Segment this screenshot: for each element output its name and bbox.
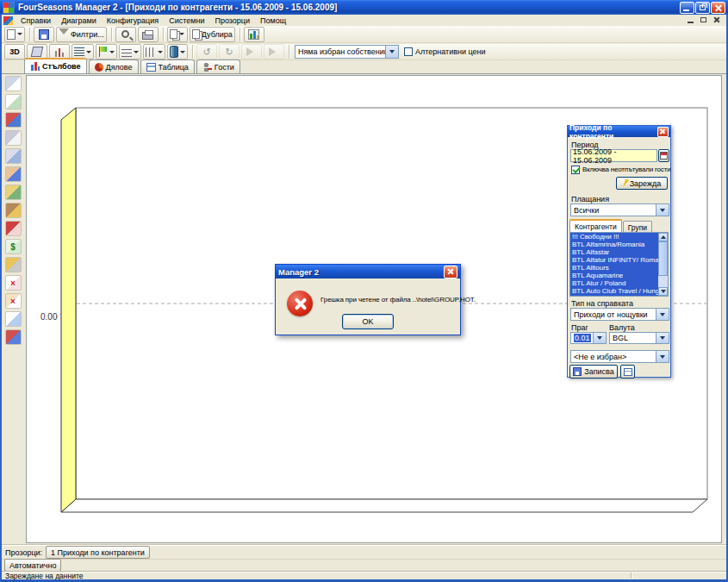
chevron-down-icon[interactable] <box>656 204 669 216</box>
mdi-close-button[interactable] <box>711 16 723 25</box>
storno-payment-icon[interactable]: × <box>5 293 22 309</box>
menu-sistemni[interactable]: Системни <box>164 16 209 26</box>
v-gridlines-button[interactable] <box>143 44 165 59</box>
scroll-down-icon[interactable] <box>658 287 668 296</box>
sound-right-button[interactable] <box>264 44 284 59</box>
guests-icon[interactable] <box>5 166 22 182</box>
minimize-button[interactable] <box>680 2 694 14</box>
save-report-button[interactable]: Записва <box>569 365 618 379</box>
chevron-down-icon <box>17 33 22 38</box>
duplicate-button[interactable]: Дублира <box>190 27 235 42</box>
ok-button[interactable]: OK <box>342 314 394 329</box>
menu-prozorci[interactable]: Прозорци <box>209 16 255 26</box>
list-item[interactable]: BTL Alfamrina/Romania <box>570 241 658 248</box>
series-style-button[interactable] <box>167 44 188 59</box>
list-item[interactable]: BTL Aquamarine <box>570 272 658 279</box>
list-item[interactable]: BTL Alfatur INFINITY/ Romani <box>570 256 658 264</box>
mdi-restore-button[interactable] <box>698 16 710 25</box>
list-item[interactable]: BTL Alfastar <box>570 248 658 256</box>
chevron-down-icon[interactable] <box>656 333 669 343</box>
load-button[interactable]: Зарежда <box>616 177 668 190</box>
list-item[interactable]: BTL Atur / Poland <box>570 279 658 287</box>
list-item[interactable]: !!! Свободни !!! <box>570 233 658 241</box>
dialog-close-button[interactable] <box>444 266 457 278</box>
windows-label: Прозорци: <box>5 548 42 557</box>
report-type-combobox[interactable]: Приходи от нощувки <box>570 308 669 321</box>
filters-button[interactable]: Филтри... <box>56 27 107 42</box>
rotate-ccw-button[interactable]: ↺ <box>196 44 217 59</box>
menu-pomosht[interactable]: Помощ <box>255 16 291 26</box>
tab-contragents[interactable]: Контрагенти <box>569 219 622 233</box>
sound-left-button[interactable] <box>241 44 262 59</box>
currency-icon[interactable]: $ <box>5 239 22 254</box>
list-item[interactable]: BTL Alltours <box>570 264 658 272</box>
close-button[interactable] <box>711 2 725 14</box>
documents-icon[interactable] <box>5 148 22 164</box>
threshold-combobox[interactable]: 0.01 <box>570 332 607 344</box>
grid-view-button[interactable] <box>620 365 635 379</box>
labels-button[interactable] <box>96 44 117 59</box>
tab-guests[interactable]: Гости <box>196 59 240 73</box>
print-preview-button[interactable] <box>115 27 136 42</box>
speaker-icon <box>246 47 258 56</box>
tab-groups[interactable]: Групи <box>623 221 652 233</box>
bars-icon <box>54 47 65 57</box>
statistics-icon[interactable] <box>5 329 22 345</box>
calendar-button[interactable] <box>658 149 669 162</box>
print-button[interactable] <box>138 27 159 42</box>
menu-konfiguraciya[interactable]: Конфигурация <box>102 16 164 26</box>
magnifier-icon <box>121 30 129 38</box>
contragents-listbox[interactable]: !!! Свободни !!! BTL Alfamrina/Romania B… <box>569 232 669 297</box>
scroll-up-icon[interactable] <box>658 233 668 241</box>
list-item-clipped[interactable] <box>570 295 658 296</box>
payments-icon[interactable] <box>5 257 22 272</box>
cash-register-icon[interactable] <box>5 130 22 146</box>
chevron-down-icon[interactable] <box>385 46 398 58</box>
menu-spravki[interactable]: Справки <box>16 16 56 26</box>
tab-shares[interactable]: Дялове <box>89 59 139 73</box>
scrollbar-thumb[interactable] <box>658 241 668 276</box>
cylinder-icon <box>170 46 178 58</box>
panel-close-button[interactable] <box>657 127 669 137</box>
chevron-down-icon[interactable] <box>656 309 669 320</box>
owner-combobox[interactable]: Няма избран собственици <box>295 45 399 59</box>
profile-combobox[interactable]: <Не е избран> <box>570 350 669 363</box>
window-1-button[interactable]: 1 Приходи по контрагенти <box>46 546 150 559</box>
mdi-minimize-button[interactable] <box>685 16 697 25</box>
window-title: FourSeasons Manager 2 - [Приходи по конт… <box>18 3 679 12</box>
rotate-cw-button[interactable]: ↻ <box>219 44 240 59</box>
list-scrollbar[interactable] <box>658 233 668 296</box>
rotate-cw-icon: ↻ <box>225 47 233 57</box>
storno-icon[interactable]: × <box>5 275 22 291</box>
period-field[interactable]: 15.06.2009 - 15.06.2009 <box>570 149 657 162</box>
save-button[interactable] <box>34 27 54 42</box>
tab-columns[interactable]: Стълбове <box>24 58 87 73</box>
room-plan-icon[interactable] <box>5 76 22 91</box>
report-chart-button[interactable] <box>244 27 264 42</box>
new-report-button[interactable] <box>4 27 25 42</box>
export-icon[interactable] <box>5 94 22 110</box>
printer-icon <box>142 32 153 40</box>
include-guests-checkbox[interactable] <box>571 166 580 174</box>
alt-prices-checkbox[interactable] <box>404 47 413 56</box>
payments-combobox[interactable]: Всички <box>570 203 669 216</box>
3d-toggle-button[interactable]: 3D <box>4 44 25 59</box>
occupancy-grid-icon[interactable] <box>5 221 22 236</box>
menu-diagrami[interactable]: Диаграми <box>56 16 102 26</box>
restore-button[interactable] <box>695 2 710 14</box>
menu-bar: Справки Диаграми Конфигурация Системни П… <box>2 15 726 27</box>
chevron-down-icon[interactable] <box>593 333 606 343</box>
horizontal-lines-icon <box>121 47 132 57</box>
chevron-down-icon <box>86 51 91 56</box>
chevron-down-icon[interactable] <box>656 351 669 362</box>
color-chart-icon[interactable] <box>5 112 22 128</box>
list-item[interactable]: BTL Auto Club Travel / Hunga <box>570 287 658 295</box>
copy-button[interactable] <box>167 27 188 42</box>
automatic-button[interactable]: Автоматично <box>4 559 61 572</box>
edit-table-icon[interactable] <box>5 311 22 327</box>
folder-payments-icon[interactable] <box>5 185 22 200</box>
ledger-icon[interactable] <box>5 203 22 218</box>
tab-table[interactable]: Таблица <box>140 59 195 73</box>
h-gridlines-button[interactable] <box>119 44 141 59</box>
currency-combobox[interactable]: BGL <box>609 332 669 344</box>
